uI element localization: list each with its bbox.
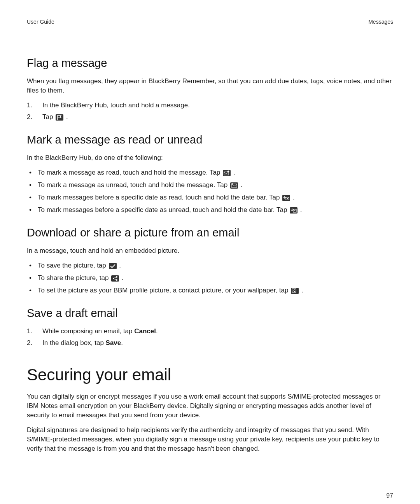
checkmark-icon xyxy=(109,263,117,269)
mark-bullets: To mark a message as read, touch and hol… xyxy=(27,168,393,215)
dl-b2-text: To share the picture, tap xyxy=(38,274,110,282)
flag-step-1: 1. In the BlackBerry Hub, touch and hold… xyxy=(27,101,393,110)
draft-s1c: . xyxy=(156,327,158,335)
download-bullet-save: To save the picture, tap . xyxy=(27,261,393,270)
download-bullets: To save the picture, tap . To share the … xyxy=(27,261,393,295)
draft-step-1: 1. While composing an email, tap Cancel. xyxy=(27,327,393,336)
mark-bullet-unread: To mark a message as unread, touch and h… xyxy=(27,180,393,190)
draft-step-2: 2. In the dialog box, tap Save. xyxy=(27,338,393,348)
mark-b3-tail: . xyxy=(293,194,295,201)
mark-b3-text: To mark messages before a specific date … xyxy=(38,194,282,201)
cancel-label: Cancel xyxy=(134,327,156,335)
flag-step-1-text: In the BlackBerry Hub, touch and hold a … xyxy=(42,102,190,109)
svg-point-1 xyxy=(228,170,229,172)
svg-point-10 xyxy=(294,289,295,290)
heading-flag-message: Flag a message xyxy=(27,57,393,70)
heading-save-draft: Save a draft email xyxy=(27,307,393,320)
dl-b2-tail: . xyxy=(122,274,124,282)
mark-prior-read-icon xyxy=(282,195,290,201)
flag-steps: 1. In the BlackBerry Hub, touch and hold… xyxy=(27,101,393,122)
mark-bullet-date-unread: To mark messages before a specific date … xyxy=(27,205,393,215)
dl-b1-text: To save the picture, tap xyxy=(38,262,108,269)
flag-step-2: 2. Tap . xyxy=(27,112,393,122)
header-left: User Guide xyxy=(27,19,54,25)
draft-s1a: While composing an email, tap xyxy=(42,327,134,335)
mark-b1-tail: . xyxy=(233,169,235,176)
mark-intro: In the BlackBerry Hub, do one of the fol… xyxy=(27,153,393,163)
draft-s2a: In the dialog box, tap xyxy=(42,339,106,346)
heading-download-share: Download or share a picture from an emai… xyxy=(27,226,393,239)
dl-b3-text: To set the picture as your BBM profile p… xyxy=(38,287,290,294)
page-number: 97 xyxy=(386,492,393,499)
mark-b1-text: To mark a message as read, touch and hol… xyxy=(38,169,222,176)
download-bullet-set-picture: To set the picture as your BBM profile p… xyxy=(27,286,393,295)
mark-unread-icon xyxy=(230,182,238,189)
secure-p1: You can digitally sign or encrypt messag… xyxy=(27,392,393,420)
flag-step-2-text-b: . xyxy=(66,113,68,121)
secure-p2: Digital signatures are designed to help … xyxy=(27,425,393,453)
dl-b3-tail: . xyxy=(301,287,303,294)
svg-point-3 xyxy=(231,183,233,185)
set-picture-icon xyxy=(291,288,299,294)
dl-b1-tail: . xyxy=(119,262,121,269)
mark-b4-text: To mark messages before a specific date … xyxy=(38,206,289,214)
share-icon xyxy=(111,275,119,282)
mark-b2-text: To mark a message as unread, touch and h… xyxy=(38,181,229,189)
heading-mark-read: Mark a message as read or unread xyxy=(27,133,393,146)
mark-b2-tail: . xyxy=(241,181,243,189)
save-label: Save xyxy=(106,339,121,346)
draft-s2c: . xyxy=(121,339,123,346)
header-right: Messages xyxy=(368,19,393,25)
heading-securing-email: Securing your email xyxy=(27,366,393,384)
draft-steps: 1. While composing an email, tap Cancel.… xyxy=(27,327,393,348)
flag-icon xyxy=(56,114,63,121)
mark-read-icon xyxy=(223,170,231,176)
svg-rect-9 xyxy=(292,289,296,292)
mark-prior-unread-icon xyxy=(290,207,298,214)
download-intro: In a message, touch and hold an embedded… xyxy=(27,246,393,256)
mark-bullet-date-read: To mark messages before a specific date … xyxy=(27,193,393,202)
mark-b4-tail: . xyxy=(300,206,302,214)
mark-bullet-read: To mark a message as read, touch and hol… xyxy=(27,168,393,177)
download-bullet-share: To share the picture, tap . xyxy=(27,273,393,283)
flag-intro: When you flag messages, they appear in B… xyxy=(27,77,393,95)
flag-step-2-text-a: Tap xyxy=(42,113,55,121)
